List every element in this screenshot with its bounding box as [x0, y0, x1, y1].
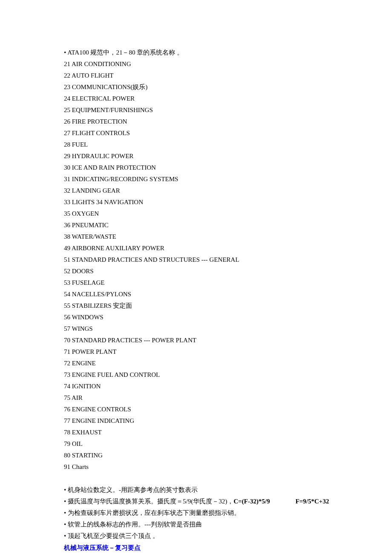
chapter-line: 55 STABILIZERS 安定面 — [64, 300, 328, 312]
chapter-line: 31 INDICATING/RECORDING SYSTEMS — [64, 173, 328, 185]
note-temperature: • 摄氏温度与华氏温度换算关系。摄氏度＝5/9(华氏度－32)，C=(F-32)… — [64, 496, 328, 507]
chapter-line: 27 FLIGHT CONTROLS — [64, 127, 328, 139]
chapter-line: 70 STANDARD PRACTICES --- POWER PLANT — [64, 335, 328, 346]
chapter-line: 23 COMMUNICATIONS(娱乐) — [64, 81, 328, 93]
note-station: 机身站位数定义。-用距离参考点的英寸数表示 — [64, 484, 328, 496]
chapter-line: 35 OXYGEN — [64, 208, 328, 220]
chapter-line: 49 AIRBORNE AUXILIARY POWER — [64, 243, 328, 254]
chapter-line: 22 AUTO FLIGHT — [64, 70, 328, 81]
bullet-icon: • — [64, 498, 68, 505]
chapter-line: 52 DOORS — [64, 266, 328, 277]
note-temp-formula1: C=(F-32)*5/9 — [233, 498, 270, 505]
chapter-line: 54 NACELLES/PYLONS — [64, 289, 328, 300]
chapter-line: 24 ELECTRICAL POWER — [64, 93, 328, 104]
chapter-line: 30 ICE AND RAIN PROTECTION — [64, 162, 328, 173]
chapter-line: 36 PNEUMATIC — [64, 220, 328, 231]
note-temp-text: 摄氏温度与华氏温度换算关系。摄氏度＝5/9(华氏度－32)， — [68, 498, 233, 505]
chapter-line: 74 IGNITION — [64, 381, 328, 392]
chapter-line: 56 WINDOWS — [64, 312, 328, 323]
note-jack: 顶起飞机至少要提供三个顶点 。 — [64, 530, 328, 542]
chapter-line: 26 FIRE PROTECTION — [64, 116, 328, 127]
chapter-line: 33 LIGHTS 34 NAVIGATION — [64, 197, 328, 208]
chapter-line: 53 FUSELAGE — [64, 277, 328, 289]
chapter-line: 78 EXHAUST — [64, 427, 328, 438]
intro-line: ATA100 规范中，21－80 章的系统名称 。 — [64, 47, 328, 58]
chapters-list: 21 AIR CONDITIONING22 AUTO FLIGHT23 COMM… — [64, 58, 328, 473]
note-hose: 软管上的线条标志的作用。---判别软管是否扭曲 — [64, 519, 328, 530]
chapter-line: 25 EQUIPMENT/FURNISHINGS — [64, 104, 328, 116]
note-temp-formula2: F=9/5*C+32 — [295, 498, 329, 505]
chapter-line: 79 OIL — [64, 438, 328, 450]
chapter-line: 32 LANDING GEAR — [64, 185, 328, 197]
chapter-line: 38 WATER/WASTE — [64, 231, 328, 243]
chapter-line: 76 ENGINE CONTROLS — [64, 404, 328, 415]
chapter-line: 77 ENGINE INDICATING — [64, 415, 328, 427]
note-brake: 为检查碳刹车片磨损状况，应在刹车状态下测量磨损指示销。 — [64, 507, 328, 519]
chapter-line: 75 AIR — [64, 392, 328, 404]
chapter-line: 71 POWER PLANT — [64, 346, 328, 358]
chapter-line: 29 HYDRAULIC POWER — [64, 150, 328, 162]
blank-line — [64, 473, 328, 484]
chapter-line: 72 ENGINE — [64, 358, 328, 369]
section-title: 机械与液压系统－复习要点 — [64, 542, 328, 553]
document-page: ATA100 规范中，21－80 章的系统名称 。 21 AIR CONDITI… — [0, 0, 392, 555]
chapter-line: 28 FUEL — [64, 139, 328, 150]
chapter-line: 73 ENGINE FUEL AND CONTROL — [64, 369, 328, 381]
chapter-line: 57 WINGS — [64, 323, 328, 335]
chapter-line: 51 STANDARD PRACTICES AND STRUCTURES ---… — [64, 254, 328, 266]
chapter-line: 21 AIR CONDITIONING — [64, 58, 328, 70]
chapter-line: 91 Charts — [64, 461, 328, 473]
chapter-line: 80 STARTING — [64, 450, 328, 461]
